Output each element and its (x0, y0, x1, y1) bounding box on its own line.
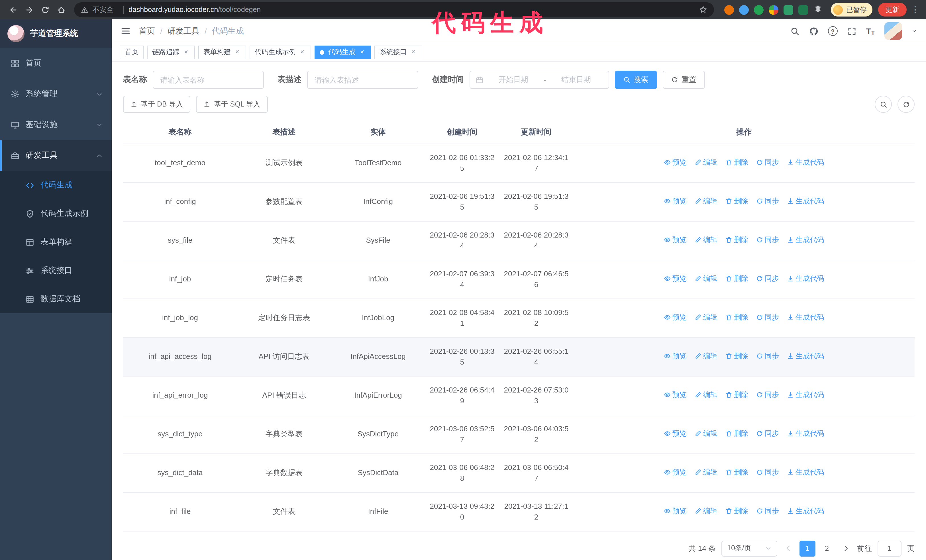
extension-icon[interactable] (754, 5, 764, 15)
tab-system-api[interactable]: 系统接口× (374, 45, 422, 59)
user-menu-caret-icon[interactable] (912, 29, 917, 33)
edit-link[interactable]: 编辑 (694, 506, 717, 516)
generate-code-link[interactable]: 生成代码 (787, 157, 824, 168)
delete-link[interactable]: 删除 (725, 389, 748, 400)
preview-link[interactable]: 预览 (664, 351, 687, 361)
generate-code-link[interactable]: 生成代码 (787, 273, 824, 284)
delete-link[interactable]: 删除 (725, 273, 748, 284)
browser-menu-icon[interactable]: ⋮ (910, 5, 920, 15)
create-time-range-picker[interactable]: 开始日期 - 结束日期 (469, 71, 609, 89)
tab-close-icon[interactable]: × (234, 48, 241, 56)
fullscreen-icon[interactable] (847, 27, 856, 36)
edit-link[interactable]: 编辑 (694, 351, 717, 361)
github-icon[interactable] (809, 27, 818, 36)
extension-icon[interactable] (739, 5, 749, 15)
hamburger-icon[interactable] (121, 26, 130, 36)
preview-link[interactable]: 预览 (664, 234, 687, 245)
sidebar-item-codegen[interactable]: 代码生成 (0, 171, 112, 199)
help-icon[interactable]: ? (828, 26, 837, 36)
search-button[interactable]: 搜索 (615, 71, 657, 89)
next-page-button[interactable] (841, 545, 851, 552)
refresh-table-button[interactable] (897, 96, 915, 113)
sidebar-item-home[interactable]: 首页 (0, 48, 112, 78)
sync-link[interactable]: 同步 (756, 234, 779, 245)
generate-code-link[interactable]: 生成代码 (787, 234, 824, 245)
preview-link[interactable]: 预览 (664, 312, 687, 323)
delete-link[interactable]: 删除 (725, 351, 748, 361)
reset-button[interactable]: 重置 (663, 71, 705, 89)
edit-link[interactable]: 编辑 (694, 312, 717, 323)
generate-code-link[interactable]: 生成代码 (787, 196, 824, 207)
sync-link[interactable]: 同步 (756, 351, 779, 361)
font-size-icon[interactable]: TT (866, 26, 875, 36)
tab-form-builder[interactable]: 表单构建× (198, 45, 246, 59)
preview-link[interactable]: 预览 (664, 157, 687, 168)
import-sql-button[interactable]: 基于 SQL 导入 (196, 96, 268, 113)
page-number-2[interactable]: 2 (819, 540, 835, 556)
page-size-select[interactable]: 10条/页 (722, 540, 777, 556)
delete-link[interactable]: 删除 (725, 157, 748, 168)
generate-code-link[interactable]: 生成代码 (787, 312, 824, 323)
edit-link[interactable]: 编辑 (694, 196, 717, 207)
extension-icon[interactable] (798, 5, 808, 15)
goto-page-input[interactable] (878, 540, 902, 556)
page-number-1[interactable]: 1 (799, 540, 816, 556)
sync-link[interactable]: 同步 (756, 196, 779, 207)
prev-page-button[interactable] (783, 545, 794, 552)
sidebar-item-infrastructure[interactable]: 基础设施 (0, 109, 112, 140)
generate-code-link[interactable]: 生成代码 (787, 389, 824, 400)
preview-link[interactable]: 预览 (664, 196, 687, 207)
extension-icon[interactable] (724, 5, 734, 15)
sidebar-item-system-admin[interactable]: 系统管理 (0, 78, 112, 109)
sync-link[interactable]: 同步 (756, 312, 779, 323)
browser-forward-icon[interactable] (22, 2, 36, 17)
tab-close-icon[interactable]: × (410, 48, 417, 56)
sync-link[interactable]: 同步 (756, 467, 779, 478)
preview-link[interactable]: 预览 (664, 467, 687, 478)
extension-icon[interactable] (769, 5, 778, 15)
generate-code-link[interactable]: 生成代码 (787, 506, 824, 516)
generate-code-link[interactable]: 生成代码 (787, 428, 824, 439)
sync-link[interactable]: 同步 (756, 157, 779, 168)
edit-link[interactable]: 编辑 (694, 389, 717, 400)
tab-close-icon[interactable]: × (182, 48, 190, 56)
tab-codegen[interactable]: 代码生成× (315, 45, 371, 59)
edit-link[interactable]: 编辑 (694, 234, 717, 245)
sync-link[interactable]: 同步 (756, 273, 779, 284)
extensions-puzzle-icon[interactable] (813, 5, 823, 15)
sidebar-item-db-doc[interactable]: 数据库文档 (0, 285, 112, 313)
preview-link[interactable]: 预览 (664, 428, 687, 439)
delete-link[interactable]: 删除 (725, 234, 748, 245)
browser-back-icon[interactable] (6, 2, 21, 17)
sidebar-item-dev-tools[interactable]: 研发工具 (0, 140, 112, 171)
browser-update-button[interactable]: 更新 (878, 3, 906, 17)
toggle-search-button[interactable] (875, 96, 892, 113)
delete-link[interactable]: 删除 (725, 196, 748, 207)
header-search-icon[interactable] (790, 27, 799, 36)
tab-tracer[interactable]: 链路追踪× (147, 45, 195, 59)
breadcrumb-item[interactable]: 研发工具 (168, 26, 200, 36)
tab-close-icon[interactable]: × (359, 48, 366, 56)
edit-link[interactable]: 编辑 (694, 157, 717, 168)
edit-link[interactable]: 编辑 (694, 273, 717, 284)
table-desc-input[interactable] (307, 71, 418, 89)
table-name-input[interactable] (153, 71, 264, 89)
tab-codegen-example[interactable]: 代码生成示例× (250, 45, 311, 59)
edit-link[interactable]: 编辑 (694, 428, 717, 439)
delete-link[interactable]: 删除 (725, 467, 748, 478)
delete-link[interactable]: 删除 (725, 506, 748, 516)
user-avatar[interactable] (884, 22, 902, 40)
delete-link[interactable]: 删除 (725, 428, 748, 439)
profile-paused-badge[interactable]: 已暂停 (831, 3, 872, 17)
preview-link[interactable]: 预览 (664, 506, 687, 516)
bookmark-star-icon[interactable] (699, 6, 707, 14)
tab-home[interactable]: 首页 (120, 45, 144, 59)
sync-link[interactable]: 同步 (756, 428, 779, 439)
sidebar-item-codegen-example[interactable]: 代码生成示例 (0, 199, 112, 228)
sync-link[interactable]: 同步 (756, 506, 779, 516)
extension-icon[interactable] (784, 5, 793, 15)
preview-link[interactable]: 预览 (664, 273, 687, 284)
sync-link[interactable]: 同步 (756, 389, 779, 400)
tab-close-icon[interactable]: × (299, 48, 306, 56)
sidebar-item-form-builder[interactable]: 表单构建 (0, 228, 112, 257)
